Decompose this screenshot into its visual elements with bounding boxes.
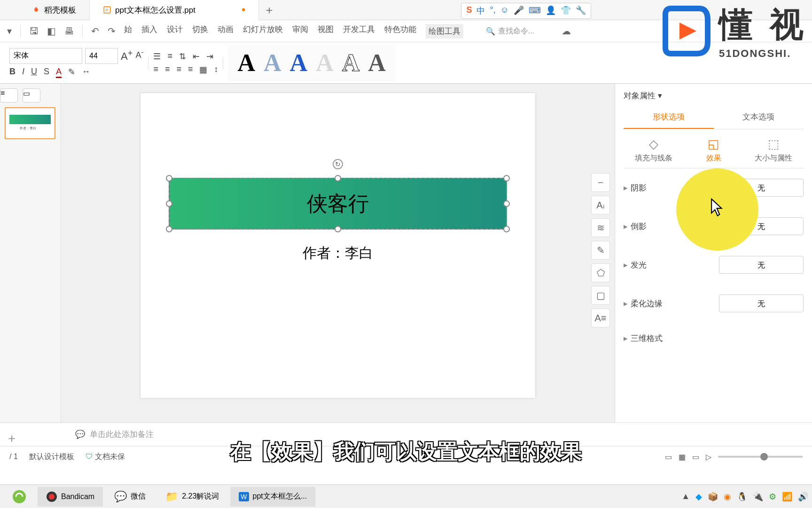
tab-shape-options[interactable]: 形状选项 (624, 106, 714, 129)
resize-handle[interactable] (503, 175, 510, 182)
resize-handle[interactable] (166, 200, 172, 207)
shape-button[interactable]: ⬠ (591, 263, 610, 282)
tray-settings-icon[interactable]: ⚙ (769, 492, 776, 502)
menu-transition[interactable]: 切换 (192, 24, 208, 39)
resize-handle[interactable] (335, 226, 341, 232)
resize-handle[interactable] (335, 175, 341, 182)
start-button[interactable] (4, 487, 35, 507)
dropdown-icon[interactable]: ▾ (658, 91, 662, 100)
subtab-fill[interactable]: ◇填充与线条 (624, 137, 684, 163)
line-spacing-icon[interactable]: ⇅ (179, 51, 186, 62)
underline-button[interactable]: U (31, 67, 37, 78)
align-justify-icon[interactable]: ≡ (188, 64, 193, 75)
eyedropper-button[interactable]: ✎ (591, 241, 610, 260)
wordart-style-2[interactable]: A (264, 49, 281, 77)
command-search[interactable]: 🔍 查找命令... (486, 26, 534, 36)
wordart-gallery[interactable]: A A A A A A (228, 45, 395, 81)
menu-insert[interactable]: 插入 (141, 24, 157, 39)
tray-power-icon[interactable]: 🔌 (753, 492, 763, 502)
menu-draw[interactable]: 绘图工具 (426, 24, 463, 39)
menu-special[interactable]: 特色功能 (384, 24, 416, 39)
ime-lang[interactable]: 中 (476, 5, 485, 16)
resize-handle[interactable] (503, 226, 510, 232)
soft-select[interactable]: 无 (719, 294, 804, 312)
redo-icon[interactable]: ↷ (108, 25, 116, 37)
save-icon[interactable]: 🖫 (29, 26, 39, 37)
align-left-icon[interactable]: ≡ (153, 64, 158, 75)
format-text-button[interactable]: Aᵢ (591, 196, 610, 214)
thumb-view-button[interactable]: ▭ (23, 88, 40, 103)
bold-button[interactable]: B (9, 67, 16, 78)
wordart-style-5[interactable]: A (342, 49, 360, 77)
align-center-icon[interactable]: ≡ (165, 64, 170, 75)
resize-handle[interactable] (503, 200, 510, 207)
task-bandicam[interactable]: Bandicam (38, 487, 103, 507)
bullets-icon[interactable]: ☰ (153, 51, 161, 62)
ime-toolbar[interactable]: S 中 °, ☺ 🎤 ⌨ 👤 👕 🔧 (461, 3, 591, 19)
numbering-icon[interactable]: ≡ (167, 51, 172, 62)
menu-icon[interactable]: ▾ (7, 25, 12, 37)
tray-volume-icon[interactable]: 🔊 (798, 492, 808, 502)
caret-icon[interactable]: ▸ (624, 261, 628, 270)
wordart-style-6[interactable]: A (368, 49, 386, 77)
ime-emoji-icon[interactable]: ☺ (500, 5, 509, 16)
print-icon[interactable]: 🖶 (64, 26, 74, 37)
tray-up-icon[interactable]: ▲ (681, 492, 690, 501)
font-size-select[interactable] (85, 48, 118, 64)
reflection-select[interactable]: 无 (719, 217, 804, 235)
decrease-font-icon[interactable]: A- (135, 48, 143, 64)
new-tab-button[interactable]: ＋ (259, 0, 279, 20)
frame-button[interactable]: ▢ (591, 286, 610, 305)
tray-qq-icon[interactable]: 🐧 (737, 492, 747, 502)
spacing-button[interactable]: ↔ (82, 67, 90, 78)
subtab-effect[interactable]: ◱效果 (684, 137, 744, 163)
columns-icon[interactable]: ▦ (199, 64, 207, 75)
wordart-style-1[interactable]: A (237, 49, 255, 77)
ime-voice-icon[interactable]: 🎤 (514, 5, 524, 16)
ime-user-icon[interactable]: 👤 (546, 5, 556, 16)
increase-font-icon[interactable]: A+ (121, 48, 133, 64)
glow-select[interactable]: 无 (719, 256, 804, 274)
menu-view[interactable]: 视图 (318, 24, 334, 39)
highlight-button[interactable]: ✎ (68, 67, 75, 78)
ime-punct-icon[interactable]: °, (490, 5, 495, 16)
outline-view-button[interactable]: ≡ (0, 88, 18, 103)
tray-app-icon[interactable]: ◆ (695, 492, 702, 502)
resize-handle[interactable] (166, 226, 172, 232)
tab-templates[interactable]: 稻壳模板 (19, 0, 90, 20)
text-direction-icon[interactable]: ↕ (214, 64, 218, 75)
shadow-select[interactable]: 无 (719, 179, 804, 197)
menu-slideshow[interactable]: 幻灯片放映 (243, 24, 283, 39)
resize-handle[interactable] (166, 175, 172, 182)
font-color-button[interactable]: A (56, 67, 62, 78)
title-textbox[interactable]: 侠客行 (169, 178, 507, 230)
ime-tool-icon[interactable]: 🔧 (576, 5, 586, 16)
caret-icon[interactable]: ▸ (624, 183, 628, 192)
tab-document[interactable]: P ppt文本框怎么设置.ppt • (90, 0, 259, 20)
task-wechat[interactable]: 💬微信 (106, 487, 154, 507)
slide-thumb-1[interactable]: 作者：李白 (5, 107, 55, 139)
menu-review[interactable]: 审阅 (292, 24, 308, 39)
tray-box-icon[interactable]: 📦 (708, 492, 718, 502)
ime-keyboard-icon[interactable]: ⌨ (529, 5, 541, 16)
layers-button[interactable]: ≋ (591, 218, 610, 237)
wordart-style-4[interactable]: A (316, 49, 334, 77)
caret-icon[interactable]: ▸ (624, 334, 628, 343)
menu-start[interactable]: 始 (124, 24, 132, 39)
menu-dev[interactable]: 开发工具 (343, 24, 375, 39)
strike-button[interactable]: S (44, 67, 49, 78)
tray-network-icon[interactable]: 📶 (782, 492, 792, 502)
task-wps[interactable]: Wppt文本框怎么... (230, 487, 315, 507)
caret-icon[interactable]: ▸ (624, 222, 628, 231)
indent-left-icon[interactable]: ⇤ (193, 51, 200, 62)
print-preview-icon[interactable]: ◧ (47, 25, 56, 37)
align-right-icon[interactable]: ≡ (176, 64, 181, 75)
font-name-select[interactable] (9, 48, 82, 64)
zoom-out-button[interactable]: − (591, 173, 610, 192)
wordart-style-3[interactable]: A (290, 49, 308, 77)
task-folder[interactable]: 📁2.23解说词 (157, 487, 227, 507)
italic-button[interactable]: I (22, 67, 24, 78)
undo-icon[interactable]: ↶ (91, 25, 99, 37)
indent-right-icon[interactable]: ⇥ (206, 51, 213, 62)
caret-icon[interactable]: ▸ (624, 299, 628, 308)
